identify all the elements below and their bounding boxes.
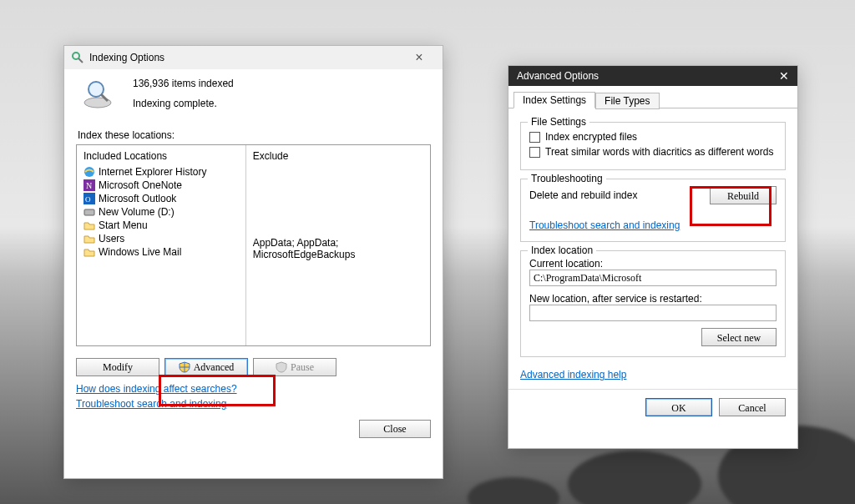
group-index-location: Index location Current location: New loc… (520, 250, 786, 357)
checkbox-icon[interactable] (529, 147, 540, 158)
folder-icon (83, 246, 95, 258)
group-title: File Settings (528, 116, 589, 128)
checkbox-label: Index encrypted files (545, 131, 637, 143)
link-affect-searches[interactable]: How does indexing affect searches? (76, 383, 237, 395)
svg-text:N: N (86, 181, 92, 190)
checkbox-icon[interactable] (529, 132, 540, 143)
onenote-icon: N (83, 179, 95, 191)
rebuild-button[interactable]: Rebuild (710, 186, 777, 204)
group-title: Index location (528, 244, 596, 256)
list-item-label: Windows Live Mail (99, 246, 181, 258)
folder-icon (83, 219, 95, 231)
svg-line-1 (78, 58, 83, 63)
shield-icon (276, 361, 287, 373)
indexing-options-window: Indexing Options × 136,936 items indexed… (63, 45, 443, 479)
list-item[interactable]: NMicrosoft OneNote (83, 179, 239, 192)
checkbox-diacritics[interactable]: Treat similar words with diacritics as d… (529, 144, 777, 159)
search-options-icon (71, 51, 84, 64)
link-troubleshoot[interactable]: Troubleshoot search and indexing (529, 219, 680, 231)
list-item-label: Internet Explorer History (99, 166, 206, 178)
advanced-button[interactable]: Advanced (164, 358, 248, 376)
exclude-value: AppData; AppData; MicrosoftEdgeBackups (253, 237, 423, 260)
close-icon[interactable]: × (402, 50, 436, 65)
link-advanced-help[interactable]: Advanced indexing help (520, 369, 626, 381)
column-exclude[interactable]: Exclude (253, 149, 423, 165)
svg-point-0 (73, 53, 79, 59)
list-item-label: Microsoft OneNote (99, 179, 182, 191)
items-indexed-count: 136,936 items indexed (133, 78, 234, 89)
shield-icon (179, 361, 190, 373)
current-location-field[interactable] (529, 270, 777, 286)
close-button[interactable]: Close (359, 420, 431, 438)
new-location-field[interactable] (529, 305, 777, 321)
new-location-label: New location, after service is restarted… (529, 293, 777, 305)
list-item[interactable]: New Volume (D:) (83, 205, 239, 219)
modify-button[interactable]: Modify (76, 358, 159, 376)
titlebar[interactable]: Advanced Options ✕ (508, 66, 797, 86)
rebuild-label: Delete and rebuild index (529, 189, 637, 201)
magnifier-icon (83, 78, 114, 109)
group-title: Troubleshooting (528, 173, 606, 184)
select-new-button[interactable]: Select new (701, 328, 777, 346)
window-title: Advanced Options (517, 70, 599, 82)
close-icon[interactable]: ✕ (779, 69, 789, 83)
checkbox-label: Treat similar words with diacritics as d… (545, 146, 773, 158)
list-item-label: New Volume (D:) (99, 206, 175, 218)
group-troubleshooting: Troubleshooting Delete and rebuild index… (520, 179, 786, 242)
svg-text:O: O (85, 195, 91, 204)
list-item-label: Microsoft Outlook (99, 193, 176, 204)
outlook-icon: O (83, 193, 95, 204)
link-troubleshoot[interactable]: Troubleshoot search and indexing (76, 398, 226, 410)
list-item[interactable]: Windows Live Mail (83, 245, 239, 259)
checkbox-encrypted[interactable]: Index encrypted files (529, 129, 777, 144)
locations-list[interactable]: Included Locations Internet Explorer His… (76, 144, 431, 346)
list-item[interactable]: Internet Explorer History (83, 165, 239, 179)
tab-file-types[interactable]: File Types (595, 93, 659, 109)
group-file-settings: File Settings Index encrypted files Trea… (520, 122, 786, 170)
current-location-label: Current location: (529, 258, 777, 270)
drive-icon (83, 206, 95, 218)
ok-button[interactable]: OK (645, 398, 712, 416)
list-item-label: Start Menu (99, 219, 148, 231)
titlebar[interactable]: Indexing Options × (64, 46, 443, 69)
advanced-options-window: Advanced Options ✕ Index Settings File T… (508, 65, 798, 449)
indexing-status: Indexing complete. (133, 98, 234, 109)
svg-rect-10 (84, 209, 94, 215)
index-locations-label: Index these locations: (64, 118, 443, 144)
folder-icon (83, 233, 95, 244)
window-title: Indexing Options (89, 52, 164, 63)
list-item-label: Users (99, 233, 124, 244)
pause-button: Pause (253, 358, 336, 376)
ie-icon (83, 166, 95, 178)
cancel-button[interactable]: Cancel (719, 398, 786, 416)
tab-index-settings[interactable]: Index Settings (514, 92, 595, 108)
list-item[interactable]: Users (83, 232, 239, 245)
list-item[interactable]: Start Menu (83, 219, 239, 232)
column-included[interactable]: Included Locations (83, 149, 239, 165)
list-item[interactable]: OMicrosoft Outlook (83, 192, 239, 205)
